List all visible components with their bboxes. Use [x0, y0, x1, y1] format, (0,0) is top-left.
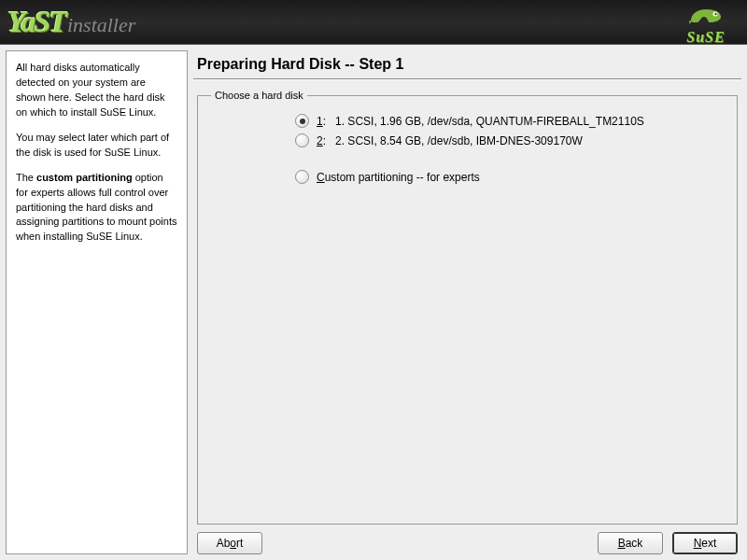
- logo-main: YaST: [7, 5, 65, 39]
- chameleon-icon: [687, 4, 725, 26]
- help-para-2: You may select later which part of the d…: [16, 131, 177, 161]
- disk-option-2[interactable]: 2: 2. SCSI, 8.54 GB, /dev/sdb, IBM-DNES-…: [295, 133, 724, 147]
- radio-list: 1: 1. SCSI, 1.96 GB, /dev/sda, QUANTUM-F…: [295, 114, 724, 184]
- help-para-3: The custom partitioning option for exper…: [16, 171, 177, 245]
- disk-choice-group: Choose a hard disk 1: 1. SCSI, 1.96 GB, …: [197, 90, 738, 525]
- help-sidebar: All hard disks automatically detected on…: [6, 50, 188, 554]
- title-divider: [193, 78, 741, 80]
- help-para-1: All hard disks automatically detected on…: [16, 61, 177, 120]
- back-button[interactable]: Back: [598, 532, 663, 554]
- body-area: All hard disks automatically detected on…: [0, 45, 747, 560]
- group-legend: Choose a hard disk: [211, 90, 307, 101]
- abort-button[interactable]: Abort: [197, 532, 262, 554]
- button-bar: Abort Back Next: [193, 525, 741, 554]
- radio-label: 2:: [317, 134, 326, 147]
- radio-icon: [295, 133, 309, 147]
- radio-label: Custom partitioning -- for experts: [317, 171, 480, 184]
- custom-partitioning-option[interactable]: Custom partitioning -- for experts: [295, 170, 724, 184]
- radio-label: 1:: [317, 115, 326, 128]
- brand-text: SuSE: [672, 29, 740, 46]
- page-title: Preparing Hard Disk -- Step 1: [193, 50, 741, 77]
- disk-desc: 2. SCSI, 8.54 GB, /dev/sdb, IBM-DNES-309…: [335, 134, 583, 147]
- header-bar: YaST installer SuSE: [0, 0, 747, 45]
- disk-desc: 1. SCSI, 1.96 GB, /dev/sda, QUANTUM-FIRE…: [335, 115, 644, 128]
- radio-icon: [295, 170, 309, 184]
- next-button[interactable]: Next: [672, 532, 738, 554]
- logo-sub: installer: [67, 13, 135, 37]
- suse-logo: SuSE: [672, 4, 740, 46]
- main-panel: Preparing Hard Disk -- Step 1 Choose a h…: [193, 50, 741, 554]
- radio-icon: [295, 114, 309, 128]
- yast-logo: YaST installer: [7, 5, 135, 39]
- disk-option-1[interactable]: 1: 1. SCSI, 1.96 GB, /dev/sda, QUANTUM-F…: [295, 114, 724, 128]
- svg-point-1: [714, 13, 716, 15]
